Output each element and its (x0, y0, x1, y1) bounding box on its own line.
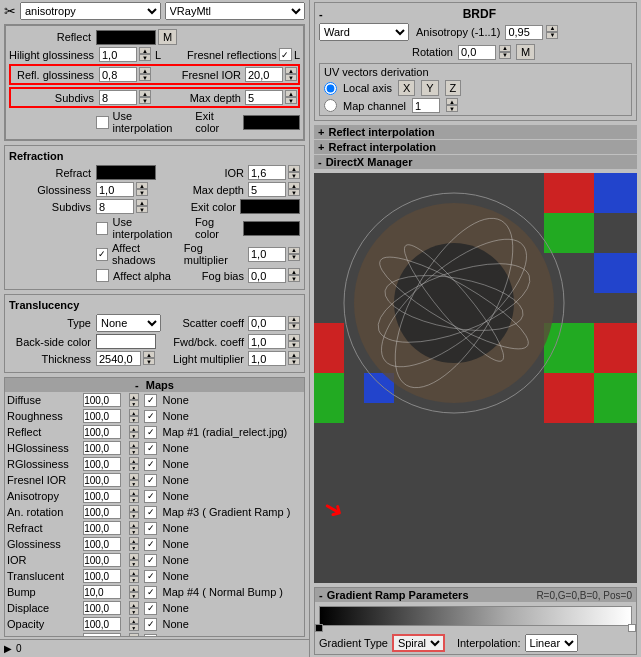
map-value-0[interactable] (83, 393, 121, 407)
use-interp-check[interactable] (96, 116, 109, 129)
map-down-7[interactable]: ▼ (129, 512, 139, 519)
map-value-10[interactable] (83, 553, 121, 567)
map-up-8[interactable]: ▲ (129, 521, 139, 528)
map-name-12[interactable]: Map #4 ( Normal Bump ) (161, 584, 304, 600)
gradient-minus[interactable]: - (319, 589, 323, 601)
anisotropy-dropdown[interactable]: anisotropy (20, 2, 161, 20)
map-down-5[interactable]: ▼ (129, 480, 139, 487)
map-down-1[interactable]: ▼ (129, 416, 139, 423)
subdivs-value[interactable] (99, 90, 137, 105)
map-check-13[interactable]: ✓ (144, 602, 157, 615)
map-check-14[interactable]: ✓ (144, 618, 157, 631)
map-name-15[interactable]: None (161, 632, 304, 637)
hilight-value[interactable] (99, 47, 137, 62)
use-interp-check2[interactable] (96, 222, 108, 235)
fresnel-ior-spinner[interactable]: ▲ ▼ (285, 67, 297, 82)
exit-color-box[interactable] (243, 115, 300, 130)
fog-color-box[interactable] (243, 221, 300, 236)
map-value-11[interactable] (83, 569, 121, 583)
affect-alpha-check[interactable] (96, 269, 109, 282)
map-value-8[interactable] (83, 521, 121, 535)
local-axis-radio[interactable] (324, 82, 337, 95)
directx-bar[interactable]: - DirectX Manager (314, 155, 637, 169)
map-value-13[interactable] (83, 601, 121, 615)
brdf-minus[interactable]: - (319, 8, 323, 20)
map-down-3[interactable]: ▼ (129, 448, 139, 455)
map-down-6[interactable]: ▼ (129, 496, 139, 503)
backside-color[interactable] (96, 334, 156, 349)
l-btn[interactable]: L (155, 49, 161, 61)
map-check-6[interactable]: ✓ (144, 490, 157, 503)
brdf-type-select[interactable]: Ward (319, 23, 409, 41)
map-value-1[interactable] (83, 409, 121, 423)
map-value-5[interactable] (83, 473, 121, 487)
map-down-11[interactable]: ▼ (129, 576, 139, 583)
map-up-4[interactable]: ▲ (129, 457, 139, 464)
max-depth-spinner[interactable]: ▲ ▼ (285, 90, 297, 105)
refl-gloss-value[interactable] (99, 67, 137, 82)
map-name-9[interactable]: None (161, 536, 304, 552)
map-name-1[interactable]: None (161, 408, 304, 424)
map-check-5[interactable]: ✓ (144, 474, 157, 487)
map-down-12[interactable]: ▼ (129, 592, 139, 599)
reflect-color[interactable] (96, 30, 156, 45)
anisotropy-value[interactable] (505, 25, 543, 40)
map-down-13[interactable]: ▼ (129, 608, 139, 615)
map-up-13[interactable]: ▲ (129, 601, 139, 608)
map-value-12[interactable] (83, 585, 121, 599)
z-btn[interactable]: Z (445, 80, 462, 96)
map-check-3[interactable]: ✓ (144, 442, 157, 455)
reflect-interp-bar[interactable]: + Reflect interpolation (314, 125, 637, 139)
ior-value[interactable] (248, 165, 286, 180)
map-down-14[interactable]: ▼ (129, 624, 139, 631)
map-check-15[interactable]: ✓ (144, 634, 157, 637)
map-check-0[interactable]: ✓ (144, 394, 157, 407)
map-up-15[interactable]: ▲ (129, 633, 139, 637)
map-value-15[interactable] (83, 633, 121, 637)
map-down-9[interactable]: ▼ (129, 544, 139, 551)
map-check-11[interactable]: ✓ (144, 570, 157, 583)
map-up-2[interactable]: ▲ (129, 425, 139, 432)
fwd-bck-value[interactable] (248, 334, 286, 349)
map-up-11[interactable]: ▲ (129, 569, 139, 576)
map-down-2[interactable]: ▼ (129, 432, 139, 439)
map-check-7[interactable]: ✓ (144, 506, 157, 519)
hilight-up[interactable]: ▲ (139, 47, 151, 54)
map-name-10[interactable]: None (161, 552, 304, 568)
map-check-9[interactable]: ✓ (144, 538, 157, 551)
rotation-m-button[interactable]: M (516, 44, 535, 60)
subdivs-spinner[interactable]: ▲ ▼ (139, 90, 151, 105)
gradient-flag-left[interactable] (315, 624, 323, 632)
reflect-m-button[interactable]: M (158, 29, 177, 45)
map-value-2[interactable] (83, 425, 121, 439)
thickness-value[interactable] (96, 351, 141, 366)
maps-minus[interactable]: - (135, 379, 139, 391)
refract-max-depth-value[interactable] (248, 182, 286, 197)
hilight-down[interactable]: ▼ (139, 54, 151, 61)
refl-gloss-spinner[interactable]: ▲ ▼ (139, 67, 151, 82)
map-down-10[interactable]: ▼ (129, 560, 139, 567)
map-name-7[interactable]: Map #3 ( Gradient Ramp ) (161, 504, 304, 520)
refract-color[interactable] (96, 165, 156, 180)
map-value-3[interactable] (83, 441, 121, 455)
map-up-10[interactable]: ▲ (129, 553, 139, 560)
map-check-2[interactable]: ✓ (144, 426, 157, 439)
refract-interp-bar[interactable]: + Refract interpolation (314, 140, 637, 154)
map-up-9[interactable]: ▲ (129, 537, 139, 544)
refl-gloss-down[interactable]: ▼ (139, 74, 151, 81)
map-check-10[interactable]: ✓ (144, 554, 157, 567)
refract-exit-color[interactable] (240, 199, 300, 214)
max-depth-value[interactable] (245, 90, 283, 105)
scatter-value[interactable] (248, 316, 286, 331)
light-mult-value[interactable] (248, 351, 286, 366)
map-name-2[interactable]: Map #1 (radial_relect.jpg) (161, 424, 304, 440)
map-up-5[interactable]: ▲ (129, 473, 139, 480)
map-value-7[interactable] (83, 505, 121, 519)
map-check-12[interactable]: ✓ (144, 586, 157, 599)
map-up-14[interactable]: ▲ (129, 617, 139, 624)
map-up-7[interactable]: ▲ (129, 505, 139, 512)
type-select[interactable]: None (96, 314, 161, 332)
map-up-1[interactable]: ▲ (129, 409, 139, 416)
fresnel-l[interactable]: L (294, 49, 300, 61)
map-name-0[interactable]: None (161, 392, 304, 408)
